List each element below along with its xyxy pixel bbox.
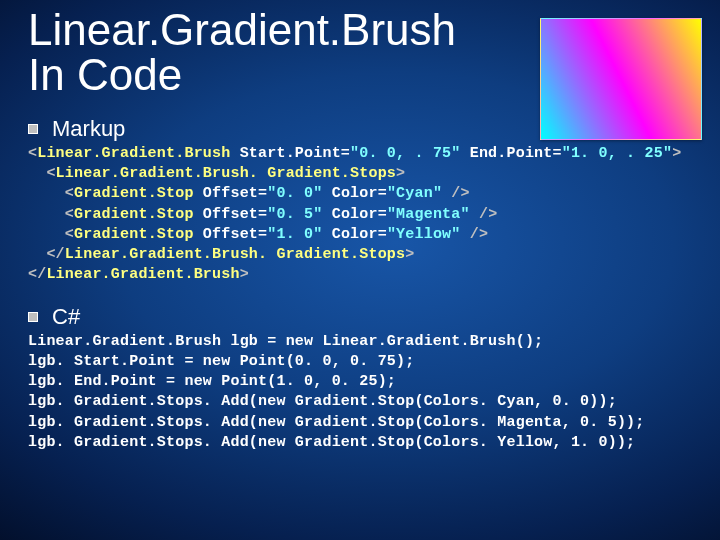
- code-markup: <Linear.Gradient.Brush Start.Point="0. 0…: [28, 144, 692, 286]
- bullet-markup-label: Markup: [52, 116, 125, 142]
- gradient-swatch: [540, 18, 702, 140]
- title-line-2: In Code: [28, 50, 182, 99]
- title-line-1: Linear.Gradient.Brush: [28, 5, 456, 54]
- bullet-csharp-label: C#: [52, 304, 80, 330]
- bullet-icon: [28, 312, 38, 322]
- bullet-csharp: C#: [28, 304, 692, 330]
- bullet-icon: [28, 124, 38, 134]
- slide: Linear.Gradient.Brush In Code Markup <Li…: [0, 0, 720, 540]
- code-csharp: Linear.Gradient.Brush lgb = new Linear.G…: [28, 332, 692, 454]
